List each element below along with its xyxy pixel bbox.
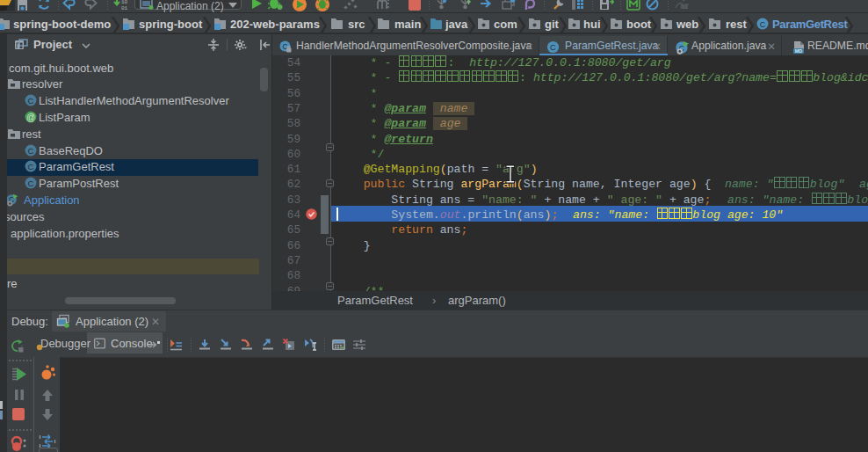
svg-text:C: C (28, 95, 34, 105)
svg-text:C: C (28, 178, 34, 187)
svg-text:C: C (28, 145, 34, 155)
svg-text:01: 01 (121, 5, 128, 11)
svg-text:C: C (760, 20, 766, 29)
svg-text:@: @ (26, 112, 35, 121)
svg-text:C: C (28, 161, 34, 171)
svg-text:C: C (550, 43, 556, 52)
svg-text:MD: MD (795, 48, 803, 54)
